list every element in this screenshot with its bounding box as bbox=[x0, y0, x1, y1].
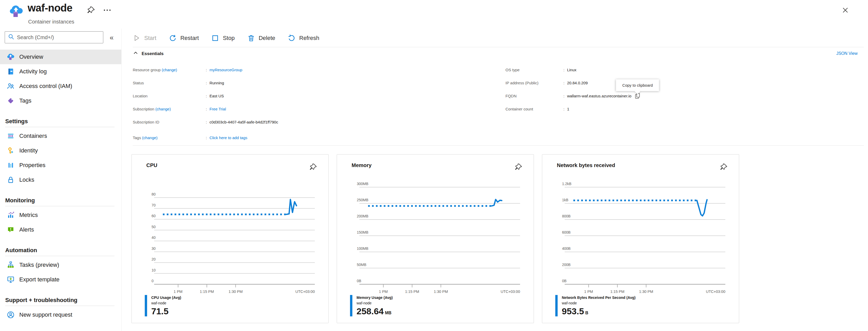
sidebar-item-tags[interactable]: Tags bbox=[0, 93, 121, 108]
legend-color-bar bbox=[145, 295, 147, 316]
refresh-button[interactable]: Refresh bbox=[288, 34, 319, 42]
metrics-icon bbox=[7, 211, 14, 219]
chart-title: Network bytes received bbox=[557, 162, 615, 168]
essentials-value: 20.84.0.209 bbox=[567, 81, 588, 85]
sidebar-item-label: Alerts bbox=[19, 226, 34, 233]
restart-button[interactable]: Restart bbox=[169, 34, 199, 42]
section-divider bbox=[5, 256, 115, 256]
sidebar-item-locks[interactable]: Locks bbox=[0, 172, 121, 187]
search-input[interactable] bbox=[15, 34, 103, 40]
sidebar-item-access-control-iam[interactable]: Access control (IAM) bbox=[0, 79, 121, 93]
legend-color-bar bbox=[350, 295, 352, 316]
sidebar-item-identity[interactable]: Identity bbox=[0, 143, 121, 158]
svg-text:1:30 PM: 1:30 PM bbox=[228, 289, 243, 294]
chevron-up-icon bbox=[133, 50, 138, 57]
legend-resource-name: waf-node bbox=[151, 300, 181, 306]
change-link[interactable]: (change) bbox=[142, 136, 158, 140]
sidebar-item-containers[interactable]: Containers bbox=[0, 129, 121, 143]
essentials-value-link[interactable]: myResourceGroup bbox=[210, 67, 242, 72]
chart-card-memory: Memory300MB250MB200MB150MB100MB50MB0B1 P… bbox=[337, 154, 534, 323]
legend-value: 953.5B bbox=[562, 306, 636, 319]
container-instances-icon bbox=[9, 4, 24, 20]
start-button[interactable]: Start bbox=[133, 34, 156, 42]
pin-chart-button[interactable] bbox=[309, 163, 317, 173]
sidebar-item-export-template[interactable]: Export template bbox=[0, 272, 121, 287]
svg-text:0: 0 bbox=[152, 279, 154, 283]
delete-icon bbox=[247, 34, 255, 42]
svg-text:0B: 0B bbox=[562, 279, 566, 283]
svg-text:1 PM: 1 PM bbox=[379, 289, 388, 294]
sidebar-item-label: Identity bbox=[19, 147, 38, 154]
svg-text:1:30 PM: 1:30 PM bbox=[434, 289, 448, 294]
essentials-label: Status bbox=[133, 81, 206, 85]
copy-fqdn-button[interactable]: Copy to clipboard bbox=[634, 92, 641, 100]
essentials-label: Container count bbox=[505, 107, 563, 111]
svg-text:250MB: 250MB bbox=[357, 198, 368, 202]
pin-chart-button[interactable] bbox=[514, 163, 523, 173]
toolbar-button-label: Restart bbox=[180, 35, 199, 42]
activity-log-icon bbox=[7, 67, 14, 76]
sidebar-nav: OverviewActivity logAccess control (IAM)… bbox=[0, 50, 121, 322]
essentials-value: East US bbox=[210, 94, 224, 98]
sidebar-item-tasks-preview[interactable]: Tasks (preview) bbox=[0, 258, 121, 272]
essentials-value: Linux bbox=[567, 67, 577, 72]
sidebar-item-label: Export template bbox=[19, 276, 59, 283]
essentials-value-link[interactable]: Free Trial bbox=[210, 107, 226, 111]
essentials-row-status: Status:Running bbox=[133, 76, 278, 89]
sidebar-item-new-support-request[interactable]: New support request bbox=[0, 307, 121, 322]
svg-text:150MB: 150MB bbox=[357, 230, 368, 235]
sidebar-item-overview[interactable]: Overview bbox=[0, 50, 121, 64]
close-blade-button[interactable] bbox=[841, 6, 850, 16]
svg-text:30: 30 bbox=[152, 246, 156, 251]
sidebar-section-support-troubleshooting: Support + troubleshooting bbox=[0, 294, 121, 306]
chevron-up-icon bbox=[133, 50, 138, 56]
legend-unit: MB bbox=[385, 311, 392, 315]
pin-blade-button[interactable] bbox=[86, 6, 95, 16]
collapse-sidebar-button[interactable]: « bbox=[106, 32, 117, 43]
stop-button[interactable]: Stop bbox=[211, 34, 235, 42]
sidebar-section-monitoring: Monitoring bbox=[0, 194, 121, 206]
chart-legend: CPU Usage (Avg)waf-node71.5 bbox=[145, 295, 181, 316]
essentials-divider bbox=[133, 145, 864, 146]
essentials-label: Resource group (change) bbox=[133, 67, 206, 72]
alerts-icon bbox=[7, 226, 14, 233]
toolbar-button-label: Stop bbox=[223, 35, 235, 42]
svg-text:UTC+03:00: UTC+03:00 bbox=[706, 289, 725, 294]
essentials-label: Location bbox=[133, 94, 206, 98]
svg-text:200MB: 200MB bbox=[357, 214, 368, 218]
refresh-icon bbox=[288, 34, 296, 42]
delete-button[interactable]: Delete bbox=[247, 34, 275, 42]
toolbar: StartRestartStopDeleteRefresh bbox=[133, 32, 319, 45]
sidebar-item-alerts[interactable]: Alerts bbox=[0, 222, 121, 237]
section-divider bbox=[5, 206, 115, 206]
sidebar-item-label: Tasks (preview) bbox=[19, 261, 59, 268]
pin-icon bbox=[309, 163, 317, 172]
sidebar-item-label: Access control (IAM) bbox=[19, 83, 72, 89]
svg-text:80: 80 bbox=[152, 192, 156, 196]
change-link[interactable]: (change) bbox=[155, 107, 171, 111]
json-view-link[interactable]: JSON View bbox=[836, 51, 858, 56]
change-link[interactable]: (change) bbox=[162, 67, 177, 72]
svg-text:600B: 600B bbox=[562, 230, 571, 235]
content: StartRestartStopDeleteRefresh Essentials… bbox=[122, 29, 868, 331]
essentials-right-column: OS type:LinuxIP address (Public):20.84.0… bbox=[505, 63, 641, 115]
chart-title: CPU bbox=[146, 162, 157, 168]
close-icon bbox=[841, 6, 850, 15]
legend-unit: B bbox=[585, 311, 588, 315]
essentials-label: OS type bbox=[505, 67, 563, 72]
container-instances-icon bbox=[7, 53, 14, 61]
more-options-button[interactable] bbox=[103, 6, 112, 16]
legend-resource-name: waf-node bbox=[356, 300, 393, 306]
svg-text:800B: 800B bbox=[562, 214, 571, 218]
essentials-value-link[interactable]: Click here to add tags bbox=[210, 136, 247, 140]
copy-tooltip: Copy to clipboard bbox=[616, 79, 659, 91]
essentials-collapse-header[interactable]: Essentials bbox=[133, 50, 163, 57]
svg-text:300MB: 300MB bbox=[357, 182, 368, 186]
toolbar-button-label: Refresh bbox=[299, 35, 319, 42]
sidebar-item-metrics[interactable]: Metrics bbox=[0, 208, 121, 222]
section-divider bbox=[5, 127, 115, 127]
sidebar-item-properties[interactable]: Properties bbox=[0, 158, 121, 172]
pin-chart-button[interactable] bbox=[719, 163, 728, 173]
search-icon bbox=[5, 33, 15, 42]
sidebar-item-activity-log[interactable]: Activity log bbox=[0, 64, 121, 79]
